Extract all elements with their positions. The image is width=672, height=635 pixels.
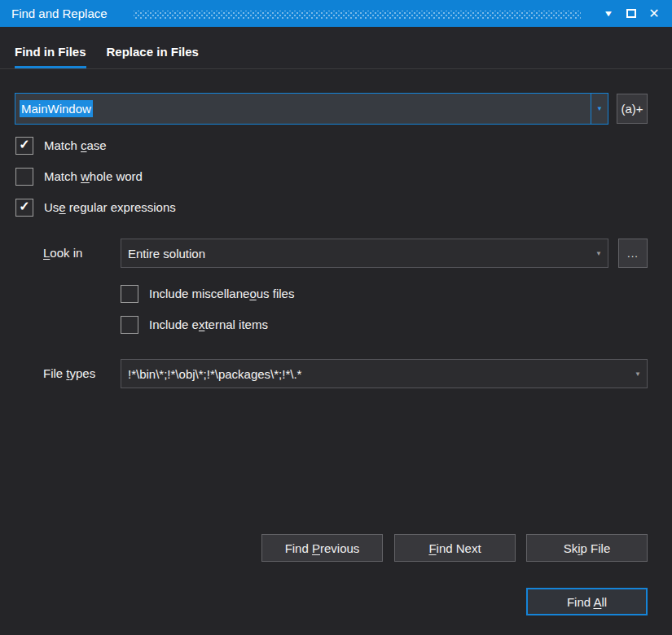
tab-label: Replace in Files xyxy=(107,45,199,59)
include-external-items-checkbox[interactable] xyxy=(121,316,138,334)
label-text: Include miscellane xyxy=(149,287,249,300)
skip-file-button[interactable]: Skip File xyxy=(526,534,648,562)
label-text: ternal items xyxy=(204,318,268,331)
look-in-combobox[interactable]: Entire solution ▼ xyxy=(121,239,608,268)
file-types-value: !*\bin\*;!*\obj\*;!*\packages\*;!*\.* xyxy=(128,367,301,381)
match-whole-word-checkbox[interactable] xyxy=(15,168,33,186)
label-text: ase xyxy=(87,138,107,152)
label-text: Match xyxy=(44,138,81,152)
label-text: Match xyxy=(44,169,81,183)
look-in-value: Entire solution xyxy=(128,247,205,261)
tab-find-in-files[interactable]: Find in Files xyxy=(15,45,86,68)
label-text: File xyxy=(43,366,66,380)
label-text: us files xyxy=(257,287,295,300)
file-types-combobox[interactable]: !*\bin\*;!*\obj\*;!*\packages\*;!*\.* ▼ xyxy=(121,359,648,388)
tab-replace-in-files[interactable]: Replace in Files xyxy=(107,45,199,68)
search-input[interactable]: MainWindow ▼ xyxy=(15,93,608,125)
chevron-down-icon: ▼ xyxy=(596,105,603,112)
find-in-files-panel: MainWindow ▼ (a)+ ✓ Match case Match who… xyxy=(0,70,672,635)
regex-builder-button[interactable]: (a)+ xyxy=(617,94,648,124)
include-external-items-option[interactable]: Include external items xyxy=(121,315,268,334)
mnemonic: c xyxy=(81,138,87,152)
browse-folders-button[interactable]: ... xyxy=(618,239,648,268)
label-text: ook in xyxy=(50,246,82,260)
include-misc-files-checkbox[interactable] xyxy=(121,285,138,303)
drag-grip[interactable] xyxy=(134,11,581,19)
mnemonic: P xyxy=(312,541,320,555)
search-dropdown-button[interactable]: ▼ xyxy=(591,94,608,124)
use-regex-option[interactable]: ✓ Use regular expressions xyxy=(15,198,176,217)
titlebar[interactable]: Find and Replace ▼ ✕ xyxy=(0,0,672,27)
find-all-button[interactable]: Find All xyxy=(526,588,648,615)
chevron-down-icon: ▼ xyxy=(635,370,641,378)
label-text: ypes xyxy=(70,366,96,380)
find-previous-button[interactable]: Find Previous xyxy=(261,534,383,562)
use-regex-label: Use regular expressions xyxy=(44,200,176,214)
window-menu-chevron-icon[interactable]: ▼ xyxy=(595,3,621,24)
include-misc-files-label: Include miscellaneous files xyxy=(149,287,294,300)
file-types-label: File types xyxy=(43,359,95,388)
check-icon: ✓ xyxy=(19,138,29,151)
mnemonic: A xyxy=(593,595,601,609)
find-and-replace-window: Find and Replace ▼ ✕ Find in Files Repla… xyxy=(0,0,672,635)
match-case-option[interactable]: ✓ Match case xyxy=(15,136,107,155)
mnemonic: o xyxy=(249,287,256,300)
mnemonic: w xyxy=(81,169,90,183)
label-text: revious xyxy=(320,541,359,555)
label-text: ind Next xyxy=(437,541,481,555)
label-text: Find xyxy=(567,595,594,609)
label-text: regular expressions xyxy=(66,200,176,214)
tab-strip: Find in Files Replace in Files xyxy=(0,27,672,69)
button-label: Find Next xyxy=(428,541,481,555)
button-label: Find All xyxy=(567,595,607,609)
maximize-glyph xyxy=(626,9,636,18)
include-external-items-label: Include external items xyxy=(149,318,268,331)
look-in-dropdown-button[interactable]: ▼ xyxy=(590,239,608,267)
label-text: Find xyxy=(285,541,312,555)
label-text: hole word xyxy=(90,169,143,183)
match-case-checkbox[interactable]: ✓ xyxy=(15,137,33,155)
match-whole-word-label: Match whole word xyxy=(44,169,143,183)
label-text: Us xyxy=(44,200,59,214)
mnemonic: F xyxy=(428,541,436,555)
label-text: Sk xyxy=(564,541,578,555)
find-next-button[interactable]: Find Next xyxy=(394,534,516,562)
include-misc-files-option[interactable]: Include miscellaneous files xyxy=(121,284,294,303)
search-selected-text: MainWindow xyxy=(20,100,93,117)
tab-label: Find in Files xyxy=(15,45,86,59)
label-text: p File xyxy=(581,541,611,555)
maximize-icon[interactable] xyxy=(621,3,641,24)
file-types-dropdown-button[interactable]: ▼ xyxy=(629,360,647,388)
use-regex-checkbox[interactable]: ✓ xyxy=(15,199,33,217)
look-in-label: Look in xyxy=(43,239,82,268)
match-case-label: Match case xyxy=(44,138,107,152)
button-label: Find Previous xyxy=(285,541,360,555)
mnemonic: e xyxy=(59,200,65,214)
label-text: ll xyxy=(601,595,607,609)
label-text: Include e xyxy=(149,318,199,331)
button-label: Skip File xyxy=(564,541,611,555)
chevron-down-icon: ▼ xyxy=(595,250,602,257)
match-whole-word-option[interactable]: Match whole word xyxy=(15,167,143,186)
close-icon[interactable]: ✕ xyxy=(644,3,664,24)
window-title: Find and Replace xyxy=(11,7,108,20)
check-icon: ✓ xyxy=(19,200,29,213)
